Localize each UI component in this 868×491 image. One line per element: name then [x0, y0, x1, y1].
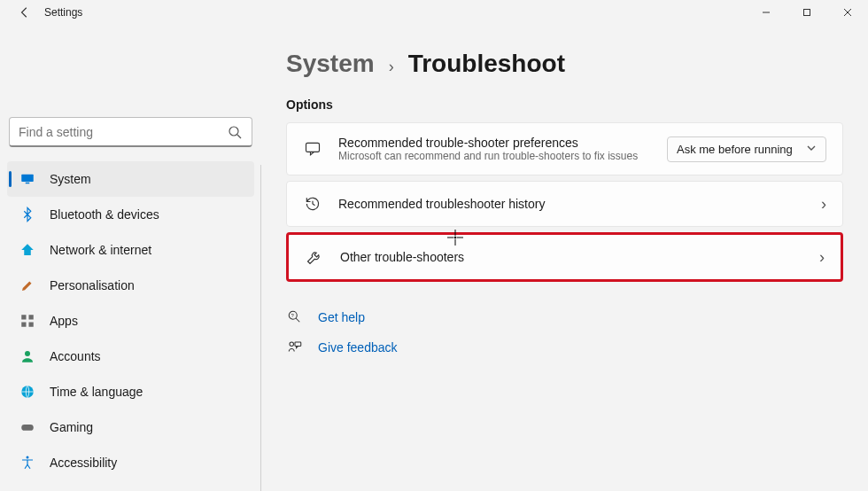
minimize-button[interactable] — [746, 0, 787, 25]
search-input[interactable] — [19, 125, 227, 139]
breadcrumb: System › Troubleshoot — [286, 50, 843, 78]
sidebar-item-accounts[interactable]: Accounts — [7, 339, 254, 374]
sidebar-item-time-language[interactable]: Time & language — [7, 374, 254, 409]
sidebar-item-label: System — [50, 172, 91, 186]
sidebar-item-system[interactable]: System — [7, 161, 254, 197]
chevron-down-icon — [806, 143, 817, 156]
svg-rect-9 — [29, 315, 34, 319]
titlebar: Settings — [0, 0, 868, 25]
chat-icon — [303, 139, 322, 159]
sidebar-item-label: Time & language — [50, 385, 143, 399]
give-feedback-link[interactable]: Give feedback — [318, 340, 398, 355]
svg-rect-16 — [306, 143, 320, 152]
wrench-icon — [305, 247, 324, 267]
svg-rect-21 — [295, 342, 301, 347]
card-title: Recommended trouble-shooter preferences — [338, 136, 651, 150]
chevron-right-icon — [819, 248, 825, 267]
brush-icon — [19, 277, 35, 293]
help-link-row: ? Get help — [286, 308, 843, 326]
display-icon — [19, 171, 35, 187]
preferences-dropdown[interactable]: Ask me before running — [667, 136, 826, 162]
breadcrumb-current: Troubleshoot — [408, 50, 565, 78]
svg-point-15 — [27, 456, 29, 459]
svg-line-18 — [296, 318, 300, 323]
svg-rect-11 — [29, 323, 34, 327]
history-icon — [303, 194, 322, 214]
svg-rect-1 — [804, 10, 810, 16]
gamepad-icon — [19, 419, 35, 435]
bluetooth-icon — [19, 207, 35, 222]
sidebar-item-label: Network & internet — [50, 243, 151, 257]
account-icon — [19, 348, 35, 364]
close-button[interactable] — [827, 0, 868, 25]
card-subtitle: Microsoft can recommend and run trouble-… — [338, 150, 651, 162]
wifi-icon — [19, 242, 35, 258]
search-icon — [227, 124, 243, 140]
svg-rect-7 — [26, 183, 30, 184]
chevron-right-icon: › — [389, 58, 394, 76]
main-content: System › Troubleshoot Options Recommende… — [261, 25, 868, 491]
card-other-troubleshooters[interactable]: Other trouble-shooters — [286, 232, 843, 282]
sidebar-item-gaming[interactable]: Gaming — [7, 409, 254, 445]
sidebar-item-bluetooth-devices[interactable]: Bluetooth & devices — [7, 197, 254, 232]
feedback-link-row: Give feedback — [286, 339, 843, 356]
svg-rect-8 — [21, 315, 26, 319]
card-title: Recommended troubleshooter history — [338, 197, 805, 211]
breadcrumb-parent[interactable]: System — [286, 50, 375, 78]
svg-rect-10 — [21, 323, 26, 327]
apps-icon — [19, 313, 35, 329]
back-button[interactable] — [18, 5, 32, 19]
dropdown-value: Ask me before running — [677, 143, 793, 156]
card-preferences: Recommended trouble-shooter preferences … — [286, 122, 843, 175]
svg-point-4 — [229, 127, 238, 136]
card-title: Other trouble-shooters — [340, 250, 803, 264]
sidebar-item-accessibility[interactable]: Accessibility — [7, 445, 254, 480]
svg-point-12 — [25, 351, 30, 356]
accessibility-icon — [19, 455, 35, 471]
section-label: Options — [286, 97, 843, 112]
svg-point-20 — [290, 342, 294, 347]
svg-line-5 — [237, 135, 241, 138]
svg-rect-6 — [21, 175, 34, 182]
sidebar-item-label: Apps — [50, 314, 78, 328]
svg-text:?: ? — [291, 313, 295, 318]
globe-icon — [19, 384, 35, 400]
svg-rect-14 — [21, 425, 34, 431]
sidebar-item-label: Bluetooth & devices — [50, 207, 159, 222]
sidebar-item-label: Accessibility — [50, 456, 117, 470]
sidebar-item-network-internet[interactable]: Network & internet — [7, 232, 254, 268]
chevron-right-icon — [821, 195, 826, 214]
sidebar-item-apps[interactable]: Apps — [7, 303, 254, 339]
help-icon: ? — [286, 308, 304, 326]
sidebar-item-label: Personalisation — [50, 278, 135, 292]
get-help-link[interactable]: Get help — [318, 310, 365, 324]
feedback-icon — [286, 339, 304, 356]
sidebar-item-personalisation[interactable]: Personalisation — [7, 268, 254, 303]
window-title: Settings — [44, 6, 82, 19]
maximize-button[interactable] — [787, 0, 827, 25]
search-input-wrap[interactable] — [9, 117, 252, 147]
card-history[interactable]: Recommended troubleshooter history — [286, 181, 843, 227]
sidebar-item-label: Gaming — [50, 420, 93, 434]
sidebar-item-label: Accounts — [50, 349, 101, 363]
sidebar: SystemBluetooth & devicesNetwork & inter… — [0, 25, 261, 491]
